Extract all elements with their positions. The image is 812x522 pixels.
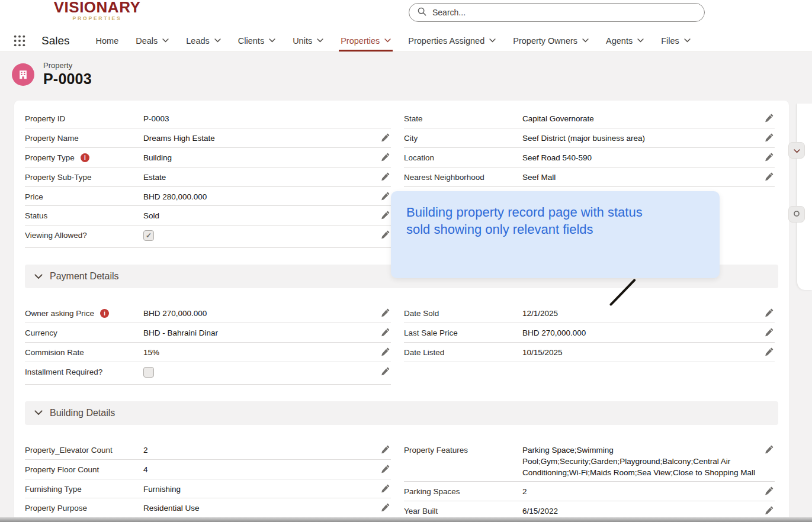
edit-pencil-icon[interactable] (758, 113, 775, 123)
edit-pencil-icon[interactable] (758, 444, 775, 454)
error-info-icon[interactable]: i (100, 309, 109, 318)
field-row: Owner asking PriceiBHD 270,000.000 (25, 304, 391, 323)
chevron-down-icon (34, 410, 43, 415)
field-label: Price (25, 191, 143, 202)
brand-name: VISIONARY (50, 0, 145, 17)
nav-tabs: HomeDealsLeadsClientsUnitsPropertiesProp… (96, 30, 691, 51)
checkbox-checked[interactable] (143, 230, 154, 241)
field-label: Date Listed (404, 347, 522, 358)
app-name[interactable]: Sales (41, 34, 70, 47)
field-value: 10/15/2025 (522, 347, 758, 359)
payment-left-column: Owner asking PriceiBHD 270,000.000Curren… (25, 304, 391, 385)
field-label: Location (404, 152, 522, 163)
edit-pencil-icon[interactable] (374, 308, 391, 317)
field-value: BHD 280,000.000 (143, 191, 374, 203)
field-value (143, 230, 374, 244)
field-value: Capital Governorate (522, 113, 758, 125)
record-entity-label: Property (43, 61, 92, 70)
field-value: Seef Mall (522, 172, 758, 183)
edit-pencil-icon[interactable] (758, 133, 775, 142)
field-value: Building (143, 152, 374, 164)
search-input[interactable] (432, 8, 696, 17)
field-value: 6/15/2022 (522, 505, 758, 517)
window-bottom-edge (0, 517, 812, 522)
nav-tab-home[interactable]: Home (96, 30, 119, 51)
search-icon (418, 7, 426, 18)
field-row: Date Sold12/1/2025 (404, 304, 775, 323)
edit-pencil-icon[interactable] (758, 505, 775, 515)
edit-pencil-icon[interactable] (374, 502, 391, 512)
record-title: P-0003 (43, 70, 92, 88)
field-label: Year Built (404, 505, 522, 517)
edit-pencil-icon[interactable] (374, 366, 391, 376)
field-value: Furnishing (143, 484, 374, 495)
chevron-down-icon (384, 38, 391, 43)
edit-pencil-icon[interactable] (374, 230, 391, 239)
edit-pencil-icon[interactable] (374, 347, 391, 356)
nav-tab-properties-assigned[interactable]: Properties Assigned (408, 30, 496, 51)
chevron-down-icon (582, 38, 589, 43)
panel-action-button[interactable] (788, 206, 805, 223)
section-building-details[interactable]: Building Details (25, 401, 778, 425)
edit-pencil-icon[interactable] (374, 484, 391, 493)
nav-tab-files[interactable]: Files (661, 30, 691, 51)
edit-pencil-icon[interactable] (374, 210, 391, 220)
edit-pencil-icon[interactable] (758, 172, 775, 181)
field-value: 2 (143, 444, 374, 456)
nav-tab-agents[interactable]: Agents (606, 30, 644, 51)
app-launcher-waffle-icon[interactable] (12, 33, 27, 49)
building-right-column: Property FeaturesParking Space;Swimming … (404, 440, 775, 521)
chevron-down-icon (34, 274, 43, 279)
field-label: Property Name (25, 133, 143, 144)
nav-tab-property-owners[interactable]: Property Owners (513, 30, 589, 51)
field-label: Furnishing Type (25, 484, 143, 495)
edit-pencil-icon[interactable] (758, 152, 775, 162)
nav-tab-units[interactable]: Units (293, 30, 323, 51)
nav-tab-leads[interactable]: Leads (186, 30, 221, 51)
global-search[interactable] (409, 3, 705, 22)
details-left-column: Property IDP-0003Property NameDreams Hig… (25, 109, 391, 248)
edit-pencil-icon[interactable] (758, 327, 775, 337)
field-label: Property Features (404, 444, 522, 456)
right-side-panel (797, 104, 812, 290)
edit-pencil-icon[interactable] (374, 327, 391, 337)
field-label: Property Sub-Type (25, 172, 143, 183)
property-record-icon (12, 63, 34, 86)
nav-tab-properties[interactable]: Properties (341, 30, 391, 51)
chevron-down-icon (637, 38, 644, 43)
checkbox-unchecked[interactable] (143, 367, 154, 378)
field-row: LocationSeef Road 540-590 (404, 148, 775, 167)
field-row: Property FeaturesParking Space;Swimming … (404, 440, 775, 482)
field-row: Installment Required? (25, 362, 391, 385)
panel-toggle-button[interactable] (788, 142, 805, 159)
field-value: Seef Road 540-590 (522, 152, 758, 164)
brand-logo[interactable]: VISIONARY PROPERTIES (50, 0, 145, 21)
chevron-down-icon (684, 38, 691, 43)
field-row: Property PurposeResidential Use (25, 498, 391, 518)
field-row: Nearest NeighborhoodSeef Mall (404, 167, 775, 187)
circle-icon (793, 210, 800, 219)
edit-pencil-icon[interactable] (374, 191, 391, 201)
field-row: Property TypeiBuilding (25, 148, 391, 167)
error-info-icon[interactable]: i (81, 153, 89, 162)
nav-tab-clients[interactable]: Clients (238, 30, 275, 51)
payment-right-column: Date Sold12/1/2025Last Sale PriceBHD 270… (404, 304, 775, 385)
nav-tab-deals[interactable]: Deals (136, 30, 169, 51)
edit-pencil-icon[interactable] (758, 308, 775, 317)
edit-pencil-icon[interactable] (758, 347, 775, 356)
edit-pencil-icon[interactable] (374, 133, 391, 142)
record-detail-card: Property IDP-0003Property NameDreams Hig… (14, 101, 789, 522)
edit-pencil-icon[interactable] (374, 172, 391, 181)
nav-tab-label: Properties (341, 36, 380, 46)
section-title: Payment Details (50, 271, 119, 282)
global-header: VISIONARY PROPERTIES (0, 0, 812, 30)
edit-pencil-icon[interactable] (374, 152, 391, 162)
field-label: Date Sold (404, 308, 522, 319)
edit-pencil-icon[interactable] (758, 486, 775, 495)
app-navbar: Sales HomeDealsLeadsClientsUnitsProperti… (0, 30, 812, 52)
field-value: BHD 270,000.000 (143, 308, 374, 320)
edit-pencil-icon[interactable] (374, 464, 391, 473)
field-row: Date Listed10/15/2025 (404, 343, 775, 362)
edit-pencil-icon[interactable] (374, 444, 391, 454)
nav-tab-label: Clients (238, 36, 264, 46)
